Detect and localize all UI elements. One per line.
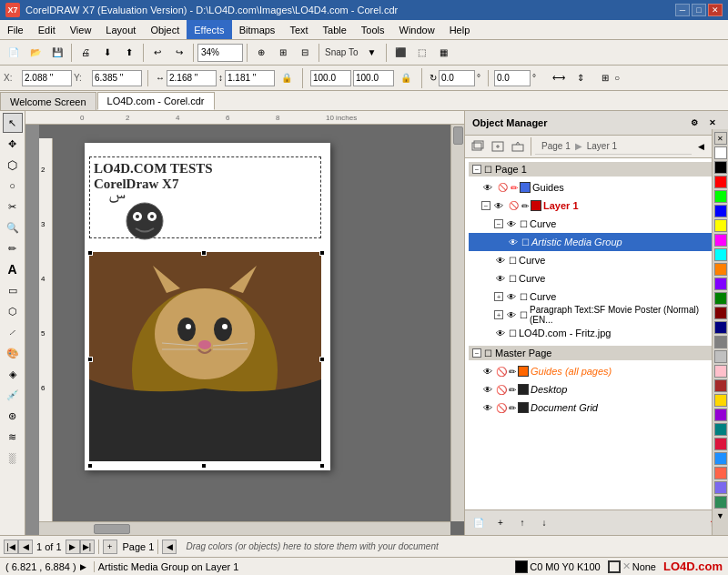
- snap-grid-button[interactable]: ⊞: [273, 43, 293, 63]
- new-button[interactable]: 📄: [4, 43, 24, 63]
- export-button[interactable]: ⬆: [119, 43, 139, 63]
- lock-scale-button[interactable]: 🔒: [396, 68, 416, 88]
- palette-crimson[interactable]: [714, 438, 727, 450]
- page-nav[interactable]: |◀ ◀ 1 of 1 ▶ ▶|: [4, 540, 95, 554]
- desktop-row[interactable]: 👁 🚫 ✏ Desktop: [469, 380, 713, 398]
- artistic-media-row[interactable]: 👁 ☐ Artistic Media Group: [469, 233, 713, 251]
- guides-all-eye[interactable]: 👁: [481, 365, 494, 378]
- palette-scroll-down[interactable]: ▼: [716, 511, 724, 520]
- crop-tool[interactable]: ✂: [3, 197, 23, 217]
- palette-gold[interactable]: [714, 394, 727, 407]
- rotate-input[interactable]: [494, 70, 531, 86]
- curve4-expand[interactable]: +: [494, 292, 503, 301]
- fritz-jpg-row[interactable]: 👁 ☐ LO4D.com - Fritz.jpg: [469, 324, 713, 342]
- menu-object[interactable]: Object: [143, 20, 187, 39]
- palette-cyan[interactable]: [714, 248, 727, 261]
- canvas-content[interactable]: 2 3 4 5 6 LO4D.COM TESTS CorelDraw X7 ۜ: [39, 125, 464, 535]
- shape-tool[interactable]: ⬡: [3, 155, 23, 175]
- freehand-draw[interactable]: ✏: [3, 238, 23, 258]
- palette-yellow[interactable]: [714, 219, 727, 232]
- menu-effects[interactable]: Effects: [187, 20, 231, 39]
- blend-tool[interactable]: ≋: [3, 427, 23, 447]
- menu-view[interactable]: View: [63, 20, 99, 39]
- layer1-edit-icon[interactable]: ✏: [521, 201, 529, 211]
- print-button[interactable]: 🖨: [76, 43, 96, 63]
- palette-pink[interactable]: [714, 365, 727, 378]
- palette-violet[interactable]: [714, 409, 727, 421]
- palette-green[interactable]: [714, 292, 727, 305]
- page-prev-button[interactable]: ◀: [18, 540, 33, 554]
- snap-to-button[interactable]: ⊕: [251, 43, 271, 63]
- scroll-thumb-h[interactable]: [94, 524, 130, 534]
- panel-new-object-btn[interactable]: +: [490, 513, 511, 533]
- palette-purple[interactable]: [714, 277, 727, 290]
- open-button[interactable]: 📂: [25, 43, 46, 63]
- minimize-button[interactable]: ─: [675, 4, 690, 16]
- curve4-eye[interactable]: 👁: [505, 290, 518, 303]
- snap-dropdown[interactable]: ▼: [362, 43, 382, 63]
- doc-grid-eye[interactable]: 👁: [481, 401, 494, 414]
- angle-input[interactable]: [439, 70, 475, 86]
- eyedropper-tool[interactable]: 💉: [3, 385, 23, 405]
- zoom-tool[interactable]: 🔍: [3, 217, 23, 237]
- panel-move-down-btn[interactable]: ↓: [534, 513, 554, 533]
- curve4-row[interactable]: + 👁 ☐ Curve: [469, 288, 713, 306]
- x-input[interactable]: [22, 70, 72, 86]
- save-button[interactable]: 💾: [47, 43, 67, 63]
- smudge-tool[interactable]: ○: [3, 176, 23, 196]
- panel-move-up-btn[interactable]: ↑: [512, 513, 532, 533]
- align-button[interactable]: ⬛: [390, 43, 410, 63]
- color-palette[interactable]: ✕ ▼: [712, 129, 728, 535]
- palette-lime[interactable]: [714, 190, 727, 203]
- redo-button[interactable]: ↪: [169, 43, 189, 63]
- page-scroll-left[interactable]: ◀: [162, 540, 177, 554]
- curve3-row[interactable]: 👁 ☐ Curve: [469, 269, 713, 288]
- palette-blue[interactable]: [714, 205, 727, 217]
- palette-silver[interactable]: [714, 350, 727, 363]
- desktop-edit-icon[interactable]: ✏: [509, 385, 516, 395]
- palette-medium-purple[interactable]: [714, 481, 727, 494]
- page1-expand[interactable]: −: [472, 165, 481, 174]
- guides-all-print-icon[interactable]: 🚫: [496, 367, 507, 377]
- flip-v-button[interactable]: ⇕: [571, 68, 591, 88]
- palette-sea-green[interactable]: [714, 496, 727, 509]
- desktop-print-icon[interactable]: 🚫: [496, 385, 507, 395]
- guides-row[interactable]: 👁 🚫 ✏ Guides: [469, 178, 713, 197]
- curve-parent-expand[interactable]: −: [494, 219, 503, 228]
- paragraph-text-row[interactable]: + 👁 ☐ Paragraph Text:SF Movie Poster (No…: [469, 306, 713, 324]
- zoom-input[interactable]: [197, 44, 243, 62]
- transparency-tool[interactable]: ░: [3, 448, 23, 468]
- palette-black[interactable]: [714, 161, 727, 174]
- fill-tool[interactable]: 🎨: [3, 343, 23, 363]
- menu-text[interactable]: Text: [282, 20, 315, 39]
- menu-edit[interactable]: Edit: [31, 20, 63, 39]
- layer1-eye-icon[interactable]: 👁: [492, 199, 505, 212]
- om-new-layer[interactable]: [469, 137, 487, 156]
- select-tool[interactable]: ↖: [3, 113, 23, 133]
- page-last-button[interactable]: ▶|: [80, 540, 95, 554]
- palette-red[interactable]: [714, 176, 727, 188]
- curve2-row[interactable]: 👁 ☐ Curve: [469, 251, 713, 269]
- tab-welcome[interactable]: Welcome Screen: [0, 92, 96, 110]
- close-button[interactable]: ✕: [708, 4, 723, 16]
- maximize-button[interactable]: □: [692, 4, 706, 16]
- layer1-expand[interactable]: −: [481, 201, 490, 210]
- guides-print-icon[interactable]: 🚫: [496, 181, 509, 194]
- curve-parent-eye[interactable]: 👁: [505, 217, 518, 230]
- curve-parent-row[interactable]: − 👁 ☐ Curve: [469, 215, 713, 233]
- scale-h-input[interactable]: [353, 70, 394, 86]
- connector-tool[interactable]: ⟋: [3, 322, 23, 342]
- palette-teal[interactable]: [714, 423, 727, 436]
- tab-document[interactable]: LO4D.com - Corel.cdr: [97, 92, 215, 110]
- palette-maroon[interactable]: [714, 307, 727, 319]
- menu-layout[interactable]: Layout: [98, 20, 143, 39]
- guides-lock-icon[interactable]: ✏: [511, 183, 518, 193]
- lock-ratio-button[interactable]: 🔒: [277, 68, 297, 88]
- width-input[interactable]: [167, 70, 217, 86]
- interactive-fill[interactable]: ⊛: [3, 406, 23, 426]
- layout-button[interactable]: ▦: [434, 43, 454, 63]
- menu-help[interactable]: Help: [442, 20, 478, 39]
- doc-grid-row[interactable]: 👁 🚫 ✏ Document Grid: [469, 398, 713, 417]
- snap-guide-button[interactable]: ⊟: [295, 43, 315, 63]
- y-input[interactable]: [92, 70, 142, 86]
